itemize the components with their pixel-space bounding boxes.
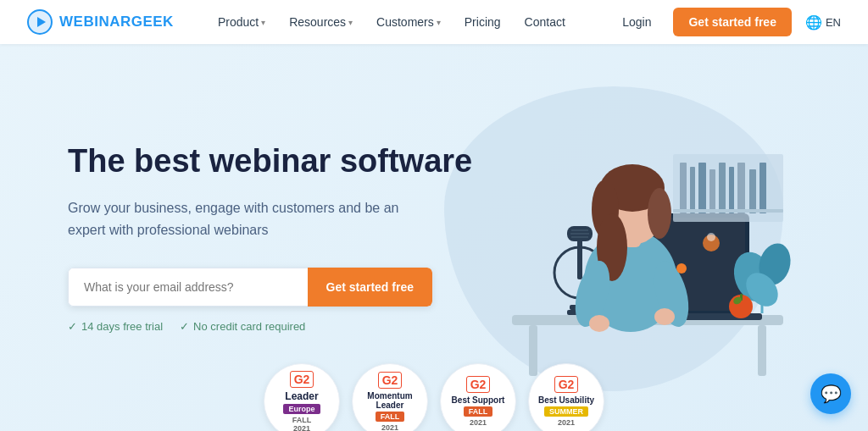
chevron-down-icon: ▾ <box>348 18 353 27</box>
hero-title: The best webinar software <box>68 142 472 181</box>
nav-item-customers[interactable]: Customers ▾ <box>366 10 451 34</box>
svg-point-37 <box>648 188 671 239</box>
svg-rect-12 <box>698 163 706 213</box>
email-input[interactable] <box>68 268 308 307</box>
svg-rect-5 <box>758 325 766 376</box>
award-title: Momentum Leader <box>358 391 422 410</box>
g2-icon: G2 <box>554 376 579 393</box>
award-badge-usability: G2 Best Usability SUMMER 2021 <box>528 363 604 431</box>
award-title: Leader <box>285 390 318 402</box>
logo[interactable]: WEBINARGEEK <box>27 9 174 35</box>
logo-icon <box>27 9 53 35</box>
trust-item-trial: ✓ 14 days free trial <box>68 320 163 333</box>
award-season: FALL <box>376 412 405 422</box>
navbar: WEBINARGEEK Product ▾ Resources ▾ Custom… <box>0 0 868 44</box>
email-submit-button[interactable]: Get started free <box>308 268 432 307</box>
award-season: SUMMER <box>544 406 588 417</box>
login-button[interactable]: Login <box>614 10 659 34</box>
g2-icon: G2 <box>290 371 314 388</box>
chat-bubble[interactable]: 💬 <box>810 373 851 414</box>
chat-icon: 💬 <box>821 384 842 404</box>
get-started-button[interactable]: Get started free <box>673 8 791 36</box>
hero-content: The best webinar software Grow your busi… <box>68 142 472 334</box>
chevron-down-icon: ▾ <box>437 18 441 27</box>
award-badge-support: G2 Best Support FALL 2021 <box>440 363 516 431</box>
award-year: 2021 <box>558 418 575 427</box>
nav-right: Login Get started free 🌐 EN <box>614 8 841 36</box>
check-icon: ✓ <box>180 320 189 333</box>
nav-item-pricing[interactable]: Pricing <box>454 10 511 34</box>
svg-rect-10 <box>680 163 687 213</box>
logo-text: WEBINARGEEK <box>59 14 174 30</box>
nav-item-resources[interactable]: Resources ▾ <box>279 10 363 34</box>
nav-item-contact[interactable]: Contact <box>515 10 576 34</box>
g2-icon: G2 <box>378 372 403 389</box>
svg-point-41 <box>589 315 609 332</box>
trust-item-no-credit: ✓ No credit card required <box>180 320 305 333</box>
svg-rect-13 <box>709 169 715 213</box>
person-illustration <box>461 78 800 391</box>
check-icon: ✓ <box>68 320 77 333</box>
hero-subtitle: Grow your business, engage with customer… <box>68 197 424 240</box>
email-form: Get started free <box>68 268 432 307</box>
nav-links: Product ▾ Resources ▾ Customers ▾ Pricin… <box>208 10 614 34</box>
svg-point-48 <box>707 233 715 241</box>
award-year: FALL2021 <box>292 416 312 432</box>
award-badge-momentum: G2 Momentum Leader FALL 2021 <box>352 363 428 431</box>
svg-rect-16 <box>737 163 745 213</box>
award-year: 2021 <box>470 418 487 427</box>
award-year: 2021 <box>381 423 398 432</box>
svg-rect-19 <box>673 209 783 213</box>
g2-icon: G2 <box>466 376 491 393</box>
award-title: Best Support <box>452 395 505 405</box>
svg-point-43 <box>676 263 687 274</box>
trust-badges: ✓ 14 days free trial ✓ No credit card re… <box>68 320 472 333</box>
globe-icon: 🌐 <box>805 14 822 30</box>
svg-rect-11 <box>690 167 695 213</box>
svg-rect-17 <box>749 169 756 213</box>
nav-item-product[interactable]: Product ▾ <box>208 10 275 34</box>
award-region: Europe <box>283 404 320 414</box>
svg-rect-18 <box>760 163 766 213</box>
award-badge-leader: G2 Leader Europe FALL2021 <box>264 363 340 431</box>
language-selector[interactable]: 🌐 EN <box>805 14 841 30</box>
svg-rect-15 <box>729 167 734 213</box>
svg-rect-14 <box>719 163 726 213</box>
award-season: FALL <box>464 406 493 417</box>
award-title: Best Usability <box>538 395 594 405</box>
chevron-down-icon: ▾ <box>261 18 265 27</box>
svg-point-42 <box>654 308 675 325</box>
hero-illustration <box>444 69 817 400</box>
